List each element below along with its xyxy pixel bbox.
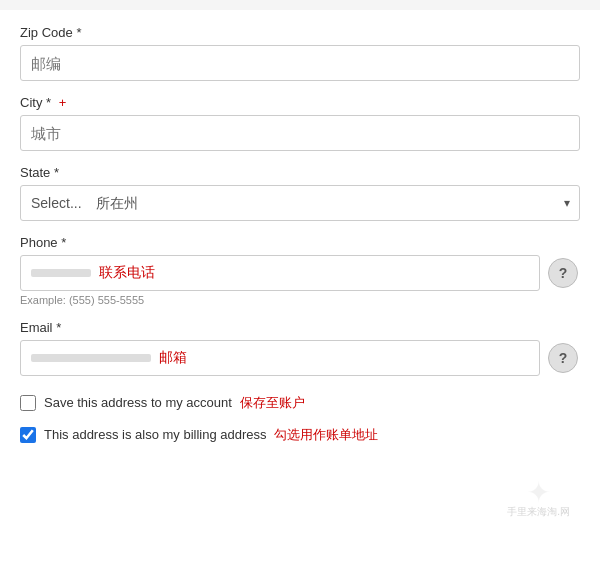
phone-dots-decoration [31,269,91,277]
email-group: Email * 邮箱 ? [20,320,580,376]
email-dots-decoration [31,354,151,362]
state-label: State * [20,165,580,180]
phone-required-star: * [61,235,66,250]
watermark-star-icon: ✦ [507,476,570,509]
phone-label: Phone * [20,235,580,250]
city-label-text: City [20,95,42,110]
email-help-button[interactable]: ? [548,343,578,373]
phone-group: Phone * 联系电话 ? Example: (555) 555-5555 [20,235,580,306]
state-label-text: State [20,165,50,180]
billing-address-checkbox[interactable] [20,427,36,443]
email-label: Email * [20,320,580,335]
save-address-group: Save this address to my account 保存至账户 [20,394,580,412]
billing-address-label-text: This address is also my billing address [44,427,267,442]
city-required-star: * [46,95,51,110]
phone-annotation: 联系电话 [99,264,155,282]
city-label: City * + [20,95,580,110]
zip-code-input[interactable] [20,45,580,81]
email-annotation: 邮箱 [159,349,187,367]
state-required-star: * [54,165,59,180]
email-input-display[interactable]: 邮箱 [20,340,540,376]
email-help-icon: ? [559,350,568,366]
billing-address-label[interactable]: This address is also my billing address … [44,426,378,444]
phone-input-display[interactable]: 联系电话 [20,255,540,291]
city-group: City * + [20,95,580,151]
zip-code-group: Zip Code * [20,25,580,81]
save-address-annotation: 保存至账户 [240,395,305,410]
billing-address-group: This address is also my billing address … [20,426,580,444]
email-label-text: Email [20,320,53,335]
email-input-wrapper: 邮箱 ? [20,340,580,376]
state-select-wrapper: Select... 所在州 ▾ [20,185,580,221]
email-required-star: * [56,320,61,335]
save-address-label-text: Save this address to my account [44,395,232,410]
city-annotation: + [59,95,67,110]
save-address-checkbox[interactable] [20,395,36,411]
zip-required-star: * [76,25,81,40]
phone-label-text: Phone [20,235,58,250]
state-select[interactable]: Select... 所在州 [20,185,580,221]
phone-help-button[interactable]: ? [548,258,578,288]
phone-help-icon: ? [559,265,568,281]
form-container: Zip Code * City * + State * Select... 所在… [0,10,600,569]
phone-example-text: Example: (555) 555-5555 [20,294,580,306]
billing-address-annotation: 勾选用作账单地址 [274,427,378,442]
phone-input-wrapper: 联系电话 ? [20,255,580,291]
city-input[interactable] [20,115,580,151]
watermark-text: 手里来海淘.网 [507,505,570,519]
zip-code-label: Zip Code * [20,25,580,40]
watermark: ✦ 手里来海淘.网 [507,476,570,519]
zip-code-label-text: Zip Code [20,25,73,40]
state-group: State * Select... 所在州 ▾ [20,165,580,221]
save-address-label[interactable]: Save this address to my account 保存至账户 [44,394,305,412]
